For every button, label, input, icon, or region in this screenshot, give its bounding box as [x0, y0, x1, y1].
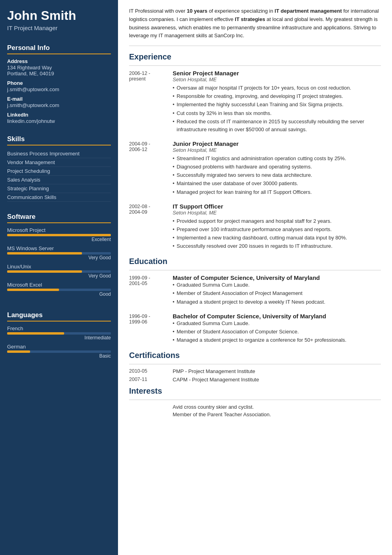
education-entry-2: 1996-09 -1999-06 Bachelor of Computer Sc…	[129, 313, 381, 344]
lang-name: French	[7, 325, 111, 331]
bar-fill	[7, 332, 64, 335]
cert-row-1: 2010-05 PMP - Project Management Institu…	[129, 368, 381, 374]
entry-content: Master of Computer Science, University o…	[173, 274, 381, 306]
software-name: MS Windows Server	[7, 245, 111, 251]
entry-content: Senior Project Manager Seton Hospital, M…	[173, 70, 381, 134]
interest-item: Member of the Parent Teacher Association…	[173, 411, 381, 417]
bar-label: Very Good	[7, 255, 111, 260]
bar-label: Excellent	[7, 237, 111, 242]
education-entry-1: 1999-09 -2001-05 Master of Computer Scie…	[129, 274, 381, 306]
email-value: j.smith@uptowork.com	[7, 102, 111, 108]
candidate-name: John Smith	[7, 9, 111, 23]
resume-container: John Smith IT Project Manager Personal I…	[0, 0, 392, 555]
entry-date: 2002-08 -2004-09	[129, 203, 173, 251]
experience-divider	[129, 65, 381, 66]
bullet: Provided support for project managers an…	[173, 217, 381, 225]
entry-title: Junior Project Manager	[173, 140, 381, 147]
cert-row-2: 2007-11 CAPM - Project Management Instit…	[129, 377, 381, 383]
entry-date: 2006-12 -present	[129, 70, 173, 134]
lang-item-german: German Basic	[7, 344, 111, 359]
skill-item: Communication Skills	[7, 193, 111, 202]
phone-label: Phone	[7, 80, 111, 86]
bullet: Oversaw all major hospital IT projects f…	[173, 84, 381, 92]
software-item-linux: Linux/Unix Very Good	[7, 264, 111, 279]
entry-title: Master of Computer Science, University o…	[173, 274, 381, 281]
sidebar-header: John Smith IT Project Manager	[0, 0, 118, 38]
skills-section: Skills Business Process Improvement Vend…	[0, 135, 118, 207]
linkedin-value: linkedin.com/johnutw	[7, 118, 111, 124]
bullet: Member of Student Association of Compute…	[173, 328, 381, 336]
skill-item: Strategic Planning	[7, 184, 111, 193]
experience-entry-3: 2002-08 -2004-09 IT Support Officer Seto…	[129, 203, 381, 251]
languages-section: Languages French Intermediate German Bas…	[0, 311, 118, 367]
entry-title: IT Support Officer	[173, 203, 381, 210]
linkedin-label: LinkedIn	[7, 112, 111, 118]
bullet: Member of Student Association of Project…	[173, 289, 381, 297]
bullet: Successfully migrated two servers to new…	[173, 171, 381, 179]
skill-item: Project Scheduling	[7, 167, 111, 176]
certifications-section: Certifications 2010-05 PMP - Project Man…	[129, 351, 381, 383]
interest-item: Avid cross country skier and cyclist.	[173, 404, 381, 410]
entry-content: Bachelor of Computer Science, University…	[173, 313, 381, 344]
cert-name: PMP - Project Management Institute	[173, 368, 255, 374]
entry-title: Senior Project Manager	[173, 70, 381, 77]
entry-date: 1999-09 -2001-05	[129, 274, 173, 306]
interests-divider	[129, 400, 381, 400]
software-name: Microsoft Project	[7, 227, 111, 233]
bullet: Successfully resolved over 200 issues in…	[173, 242, 381, 250]
bar-bg	[7, 289, 111, 291]
personal-info-title: Personal Info	[7, 44, 111, 54]
cert-name: CAPM - Project Management Institute	[173, 377, 259, 383]
cert-date: 2007-11	[129, 377, 173, 383]
experience-section: Experience 2006-12 -present Senior Proje…	[129, 52, 381, 251]
cert-date: 2010-05	[129, 368, 173, 374]
bar-bg	[7, 234, 111, 236]
email-field: E-mail j.smith@uptowork.com	[7, 96, 111, 108]
entry-bullets: Provided support for project managers an…	[173, 217, 381, 251]
entry-org: Seton Hospital, ME	[173, 77, 381, 82]
bullet: Diagnosed problems with hardware and ope…	[173, 163, 381, 171]
skill-item: Vendor Management	[7, 158, 111, 167]
entry-bullets: Graduated Summa Cum Laude. Member of Stu…	[173, 281, 381, 306]
phone-field: Phone j.smith@uptowork.com	[7, 80, 111, 92]
bullet: Maintained the user database of over 300…	[173, 180, 381, 188]
sidebar: John Smith IT Project Manager Personal I…	[0, 0, 118, 555]
main-content: IT Professional with over 10 years of ex…	[118, 0, 392, 555]
bullet: Implemented the highly successful Lean T…	[173, 101, 381, 109]
software-title: Software	[7, 213, 111, 223]
candidate-title: IT Project Manager	[7, 25, 111, 31]
interests-title: Interests	[129, 387, 381, 396]
bar-label: Very Good	[7, 273, 111, 279]
software-item-msproject: Microsoft Project Excellent	[7, 227, 111, 242]
bar-fill	[7, 252, 82, 255]
entry-bullets: Graduated Summa Cum Laude. Member of Stu…	[173, 320, 381, 344]
email-label: E-mail	[7, 96, 111, 102]
phone-value: j.smith@uptowork.com	[7, 86, 111, 92]
bullet: Graduated Summa Cum Laude.	[173, 281, 381, 289]
entry-content: Junior Project Manager Seton Hospital, M…	[173, 140, 381, 197]
entry-content: IT Support Officer Seton Hospital, ME Pr…	[173, 203, 381, 251]
personal-info-section: Personal Info Address 134 Rightward WayP…	[0, 44, 118, 130]
bar-bg	[7, 350, 111, 353]
software-item-excel: Microsoft Excel Good	[7, 282, 111, 297]
software-item-mswindows: MS Windows Server Very Good	[7, 245, 111, 260]
bullet: Cut costs by 32% in less than six months…	[173, 109, 381, 117]
skill-item: Business Process Improvement	[7, 149, 111, 158]
bar-label: Intermediate	[7, 335, 111, 341]
bar-bg	[7, 332, 111, 335]
bar-label: Good	[7, 291, 111, 297]
interests-section: Interests Avid cross country skier and c…	[129, 387, 381, 417]
bar-bg	[7, 252, 111, 255]
bullet: Streamlined IT logistics and administrat…	[173, 155, 381, 163]
certifications-divider	[129, 364, 381, 364]
bar-label: Basic	[7, 353, 111, 359]
address-value: 134 Rightward WayPortland, ME, 04019	[7, 65, 111, 77]
experience-title: Experience	[129, 52, 381, 61]
experience-entry-1: 2006-12 -present Senior Project Manager …	[129, 70, 381, 134]
skill-item: Sales Analysis	[7, 176, 111, 184]
software-section: Software Microsoft Project Excellent MS …	[0, 213, 118, 306]
languages-title: Languages	[7, 311, 111, 322]
bullet: Implemented a new tracking dashboard, cu…	[173, 234, 381, 242]
experience-entry-2: 2004-09 -2006-12 Junior Project Manager …	[129, 140, 381, 197]
entry-date: 1996-09 -1999-06	[129, 313, 173, 344]
